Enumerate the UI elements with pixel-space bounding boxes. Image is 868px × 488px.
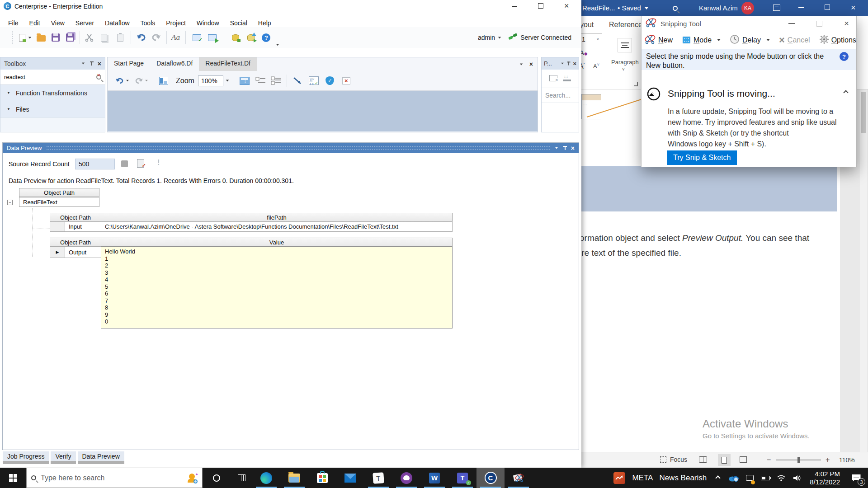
taskbar-app-snipping-tool[interactable] <box>505 468 533 488</box>
ribbon-display-icon[interactable] <box>773 5 780 11</box>
preview-pin-icon[interactable] <box>563 145 567 150</box>
toolbox-pin-icon[interactable] <box>90 61 94 66</box>
menu-item[interactable]: Edit <box>24 19 46 27</box>
snip-delay-dropdown-icon[interactable] <box>766 39 770 41</box>
bottom-tab[interactable]: Verify <box>51 451 75 464</box>
menu-item[interactable]: Help <box>253 19 277 27</box>
bottom-tab[interactable]: Job Progress <box>3 451 49 464</box>
props-import-icon[interactable]: ↓↓ <box>563 75 571 81</box>
cp-maximize-button[interactable] <box>538 3 543 9</box>
avatar[interactable]: KA <box>741 2 754 14</box>
input-value-cell[interactable]: C:\Users\Kanwal.Azim\OneDrive - Astera S… <box>101 221 453 232</box>
tab-start-page[interactable]: Start Page <box>108 57 150 71</box>
df-undo-icon[interactable] <box>114 75 126 87</box>
snip-new-icon[interactable] <box>644 34 656 46</box>
start-button[interactable] <box>0 468 26 488</box>
word-maximize-button[interactable] <box>825 5 830 10</box>
print-layout-icon[interactable] <box>718 454 731 466</box>
df-redo-icon[interactable] <box>133 75 145 87</box>
new-dropdown-icon[interactable] <box>28 37 31 38</box>
save-icon[interactable] <box>50 32 61 43</box>
word-user-name[interactable]: Kanwal Azim <box>699 4 738 12</box>
output-row-selector[interactable]: ▶ <box>50 246 65 258</box>
input-name-cell[interactable]: Input <box>65 221 101 232</box>
toolbox-dropdown-icon[interactable] <box>82 63 85 65</box>
menu-item[interactable]: Project <box>160 19 191 27</box>
taskbar-app-github[interactable] <box>392 468 420 488</box>
tray-expand-icon[interactable] <box>710 468 726 488</box>
menu-item[interactable]: Tools <box>135 19 161 27</box>
wifi-icon[interactable] <box>774 468 789 488</box>
tab-dataflow6[interactable]: Dataflow6.Df <box>150 57 199 71</box>
focus-icon[interactable] <box>660 456 666 463</box>
snip-delay-label[interactable]: Delay <box>742 36 761 44</box>
df-redo-dropdown[interactable] <box>145 80 148 82</box>
value-header[interactable]: Value <box>101 238 453 247</box>
info-icon[interactable]: ! <box>157 159 160 167</box>
taskbar-app-word[interactable]: W <box>420 468 448 488</box>
snip-options-label[interactable]: Options <box>831 36 856 44</box>
menu-item[interactable]: Window <box>191 19 225 27</box>
taskbar-app-file-explorer[interactable] <box>280 468 308 488</box>
tabstrip-dropdown-icon[interactable] <box>520 63 523 65</box>
menu-item[interactable]: View <box>46 19 70 27</box>
data-preview-tool-icon[interactable]: 010 011 0✓ <box>308 75 320 87</box>
source-count-input[interactable]: 500 <box>75 159 115 169</box>
link-tool-icon[interactable] <box>292 75 303 87</box>
word-saved-label[interactable]: • Saved <box>618 4 641 12</box>
props-search[interactable]: Search... <box>542 88 579 103</box>
user-menu-label[interactable]: admin <box>478 34 495 41</box>
task-view-button[interactable] <box>231 468 252 488</box>
news-widget-icon[interactable] <box>610 468 628 488</box>
search-highlights-icon[interactable]: ✦ <box>186 472 198 484</box>
font-tool-icon[interactable]: Aa <box>171 33 180 42</box>
df-zoom-combo[interactable]: 100% <box>198 75 223 86</box>
saved-dropdown-icon[interactable] <box>645 7 648 9</box>
font-size-combo[interactable]: 1 ˅ <box>579 33 602 45</box>
save-all-icon[interactable] <box>64 32 76 43</box>
cortana-button[interactable] <box>203 468 231 488</box>
paste-icon[interactable] <box>114 32 126 43</box>
new-dataflow-icon[interactable] <box>16 32 28 43</box>
toolbox-group-header[interactable]: Files <box>0 101 105 117</box>
cut-icon[interactable] <box>84 32 95 43</box>
zoom-in-icon[interactable]: + <box>826 456 830 464</box>
dialog-launcher-icon[interactable] <box>634 82 638 86</box>
taskbar-search-box[interactable]: Type here to search ✦ <box>26 468 203 488</box>
deploy-icon[interactable] <box>245 32 257 43</box>
clock[interactable]: 4:02 PM 8/12/2022 <box>805 468 844 488</box>
dataflow-canvas[interactable] <box>108 91 538 131</box>
snip-maximize-button[interactable] <box>816 21 822 27</box>
onedrive-icon[interactable] <box>726 468 742 488</box>
ribbon-tab-layout[interactable]: yout <box>580 21 594 29</box>
undo-icon[interactable] <box>136 32 147 43</box>
verify-window-icon[interactable]: ✓ <box>191 32 203 43</box>
output-expander-icon[interactable]: ▶ <box>56 250 59 254</box>
toolbox-group-header[interactable]: Function Transformations <box>0 85 105 101</box>
preview-close-icon[interactable]: × <box>571 145 575 152</box>
zoom-percent[interactable]: 110% <box>839 456 855 464</box>
battery-icon[interactable] <box>757 468 774 488</box>
snip-minimize-button[interactable] <box>788 23 795 24</box>
copy-icon[interactable] <box>98 32 110 43</box>
volume-icon[interactable] <box>789 468 805 488</box>
redo-icon[interactable] <box>150 32 162 43</box>
word-minimize-button[interactable] <box>798 7 804 8</box>
props-pin-icon[interactable] <box>567 61 571 66</box>
collapse-nodes-icon[interactable] <box>255 75 267 87</box>
stock-ticker[interactable]: META News Bearish <box>628 468 710 488</box>
user-menu-dropdown-icon[interactable] <box>498 37 501 38</box>
taskbar-app-mail[interactable] <box>336 468 364 488</box>
shrink-font-icon[interactable]: A˅ <box>593 62 599 70</box>
taskbar-app-teams[interactable]: T✓ <box>448 468 476 488</box>
props-window-icon[interactable]: × <box>549 75 557 81</box>
zoom-out-icon[interactable]: − <box>767 456 771 464</box>
job-queue-icon[interactable] <box>230 32 241 43</box>
tabstrip-close-icon[interactable]: × <box>529 61 533 68</box>
web-layout-icon[interactable] <box>740 456 747 463</box>
snip-close-button[interactable]: × <box>844 19 849 28</box>
ribbon-tab-references[interactable]: Reference <box>609 21 642 29</box>
start-dataflow-icon[interactable] <box>207 32 218 43</box>
shield-icon[interactable]: ✓ <box>324 75 336 87</box>
input-objectpath-header[interactable]: Object Path <box>50 213 101 222</box>
